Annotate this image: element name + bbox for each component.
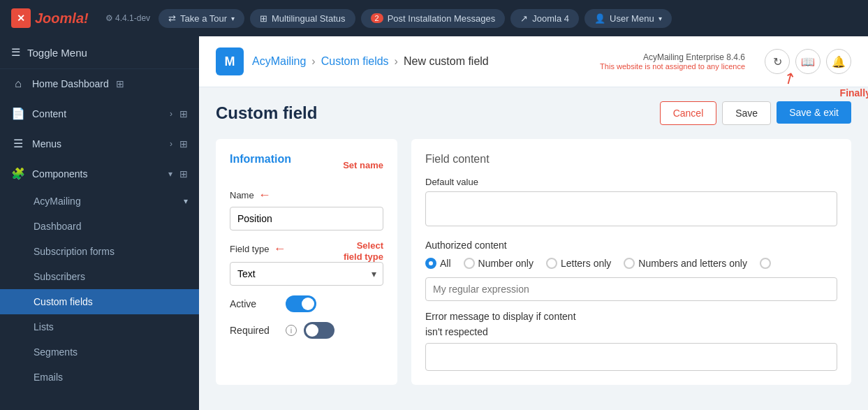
active-toggle[interactable] [286, 295, 316, 312]
form-header: Custom field Cancel Save Finally, Click … [216, 101, 851, 125]
information-section-title: Information [230, 153, 291, 166]
notifications-button[interactable]: 🔔 [826, 49, 851, 74]
radio-number-circle [464, 258, 475, 269]
radio-all-circle [425, 258, 436, 269]
chevron-right-icon: › [170, 109, 172, 119]
radio-number-label: Number only [478, 258, 534, 269]
field-type-select[interactable]: Text Number Date Dropdown Radio Checkbox [230, 262, 383, 286]
save-exit-button[interactable]: Save & exit [777, 101, 851, 124]
form-container: Custom field Cancel Save Finally, Click … [199, 87, 868, 399]
form-right-panel: Field content Default value Authorized c… [411, 139, 851, 385]
breadcrumb-info: AcyMailing Enterprise 8.4.6 This website… [600, 52, 745, 71]
breadcrumb-section[interactable]: Custom fields [321, 55, 389, 68]
sidebar-subitem-custom-fields[interactable]: Custom fields [0, 289, 199, 314]
radio-numbers-letters-label: Numbers and letters only [638, 258, 747, 269]
radio-letters-circle [546, 258, 557, 269]
field-type-arrow-icon: ← [273, 242, 286, 256]
field-type-label-text: Field type [230, 244, 269, 254]
grid-icon: ⊞ [116, 78, 124, 89]
active-label: Active [230, 298, 279, 309]
error-message-input[interactable] [425, 343, 837, 371]
sidebar-item-menus[interactable]: ☰ Menus › ⊞ [0, 129, 199, 159]
required-toggle[interactable] [304, 322, 334, 339]
toggle-menu-item[interactable]: ☰ Toggle Menu [0, 36, 199, 69]
radio-group-authorized-content: All Number only Letters only Number [425, 258, 837, 269]
sidebar-subitem-segments[interactable]: Segments [0, 339, 199, 365]
components-icon: 🧩 [11, 167, 25, 180]
info-icon[interactable]: i [286, 325, 297, 336]
required-field-row: Required i [230, 322, 383, 339]
chevron-down-icon: ▾ [168, 169, 172, 179]
joomla4-button[interactable]: ↗ Joomla 4 [510, 9, 579, 28]
breadcrumb-current: New custom field [404, 55, 489, 68]
take-tour-label: Take a Tour [180, 13, 227, 24]
field-type-select-wrapper: Text Number Date Dropdown Radio Checkbox… [230, 262, 383, 286]
take-tour-button[interactable]: ⇄ Take a Tour ▾ [159, 9, 244, 28]
breadcrumb-sep-2: › [395, 55, 398, 68]
notification-badge: 2 [371, 13, 383, 23]
main-content: M AcyMailing › Custom fields › New custo… [199, 36, 868, 410]
external-link-icon: ↗ [520, 13, 528, 24]
content-icon: 📄 [11, 107, 25, 120]
chevron-down-icon: ▾ [659, 15, 662, 22]
sidebar-item-label: Menus [32, 138, 61, 149]
radio-numbers-letters-circle [624, 258, 635, 269]
radio-letters-label: Letters only [561, 258, 611, 269]
joomla-logo: ✕ Joomla! [11, 8, 89, 28]
logo-letter: M [225, 54, 235, 69]
authorized-content-label: Authorized content [425, 240, 837, 251]
radio-custom-circle[interactable] [760, 258, 771, 269]
form-columns: Information Set name Name ← Fie [216, 139, 851, 385]
error-message-label-line2: isn't respected [425, 326, 837, 337]
cancel-button[interactable]: Cancel [660, 101, 717, 125]
active-toggle-thumb [302, 298, 314, 310]
radio-numbers-letters[interactable]: Numbers and letters only [624, 258, 747, 269]
sidebar-item-content[interactable]: 📄 Content › ⊞ [0, 98, 199, 129]
grid-icon: ⊞ [179, 108, 188, 119]
radio-all[interactable]: All [425, 258, 451, 269]
save-button[interactable]: Save [722, 101, 771, 125]
name-arrow-icon: ← [258, 188, 271, 203]
name-input[interactable] [230, 207, 383, 230]
field-content-title: Field content [425, 153, 837, 166]
active-field-row: Active [230, 295, 383, 312]
post-installation-button[interactable]: 2 Post Installation Messages [361, 9, 506, 28]
chevron-right-icon: › [170, 139, 172, 149]
user-menu-button[interactable]: 👤 User Menu ▾ [584, 9, 672, 28]
radio-letters-only[interactable]: Letters only [546, 258, 611, 269]
active-toggle-track[interactable] [286, 295, 316, 312]
menus-icon: ☰ [11, 137, 25, 150]
regex-input[interactable] [425, 277, 837, 301]
required-toggle-track[interactable] [304, 322, 334, 339]
sidebar-item-home-dashboard[interactable]: ⌂ Home Dashboard ⊞ [0, 69, 199, 98]
documentation-button[interactable]: 📖 [795, 49, 821, 74]
sidebar-subitem-dashboard[interactable]: Dashboard [0, 214, 199, 239]
sidebar-item-components[interactable]: 🧩 Components ▾ ⊞ [0, 159, 199, 189]
version-info: AcyMailing Enterprise 8.4.6 [600, 52, 745, 62]
chevron-down-icon: ▾ [184, 196, 188, 206]
required-toggle-thumb [306, 324, 318, 337]
breadcrumb-app[interactable]: AcyMailing [252, 55, 306, 68]
tour-icon: ⇄ [168, 13, 176, 24]
default-value-input[interactable] [425, 191, 837, 226]
user-menu-label: User Menu [610, 13, 654, 24]
sidebar-subitem-lists[interactable]: Lists [0, 314, 199, 339]
name-field-wrapper: Name ← [230, 188, 383, 240]
sidebar: ☰ Toggle Menu ⌂ Home Dashboard ⊞ 📄 Conte… [0, 36, 199, 410]
required-label: Required [230, 325, 279, 336]
sidebar-subitem-subscribers[interactable]: Subscribers [0, 264, 199, 289]
multilingual-icon: ⊞ [260, 13, 267, 24]
acymailing-menu-item[interactable]: AcyMailing ▾ [0, 189, 199, 214]
sidebar-subitem-emails[interactable]: Emails [0, 365, 199, 390]
acymailing-label: AcyMailing [34, 196, 81, 207]
save-exit-annotation: Finally, Click "Save & exit" [840, 87, 868, 98]
breadcrumb-actions: ↻ 📖 🔔 [765, 49, 851, 74]
multilingual-label: Multilingual Status [272, 13, 346, 24]
radio-number-only[interactable]: Number only [464, 258, 534, 269]
joomla-wordmark: Joomla! [35, 10, 89, 27]
joomla4-label: Joomla 4 [532, 13, 569, 24]
user-icon: 👤 [594, 13, 605, 24]
multilingual-status-button[interactable]: ⊞ Multilingual Status [250, 9, 355, 28]
default-value-label: Default value [425, 177, 837, 187]
sidebar-subitem-subscription-forms[interactable]: Subscription forms [0, 239, 199, 264]
